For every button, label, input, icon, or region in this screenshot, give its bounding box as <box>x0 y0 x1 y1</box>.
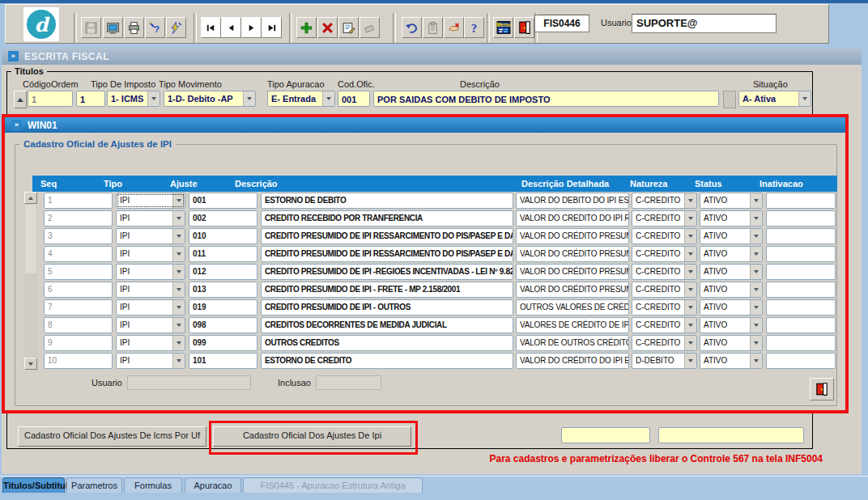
chevron-down-icon[interactable] <box>322 91 334 106</box>
tipo-combo[interactable]: IPI <box>116 246 185 262</box>
descricao-field[interactable]: ESTORNO DE CREDITO <box>261 353 513 369</box>
lock-button[interactable] <box>444 17 464 38</box>
descricao-field[interactable]: CREDITO PRESUMIDO DE IPI RESSARCIMENTO D… <box>261 228 513 244</box>
chevron-down-icon[interactable] <box>684 318 696 333</box>
inativacao-field[interactable] <box>766 335 836 351</box>
tipo-combo[interactable]: IPI <box>116 299 185 316</box>
descricao-detalhada-field[interactable]: VALOR DO CRÉDITO PRESUM <box>516 228 629 244</box>
chevron-down-icon[interactable] <box>798 91 811 106</box>
print-button[interactable] <box>124 17 144 38</box>
chevron-down-icon[interactable] <box>172 247 185 261</box>
tipo-imposto-combo[interactable]: 1- ICMS <box>107 91 160 107</box>
help-button[interactable]: ? <box>464 17 484 38</box>
status-combo[interactable]: ATIVO <box>700 353 763 369</box>
seq-field[interactable]: 4 <box>44 246 113 262</box>
chevron-down-icon[interactable] <box>750 265 762 279</box>
ajuste-field[interactable]: 010 <box>189 228 257 244</box>
codigo-field[interactable]: 1 <box>28 91 73 107</box>
chevron-down-icon[interactable] <box>147 91 160 106</box>
chevron-down-icon[interactable] <box>750 354 762 368</box>
seq-field[interactable]: 7 <box>44 299 113 316</box>
chevron-down-icon[interactable] <box>684 193 696 208</box>
chevron-down-icon[interactable] <box>750 211 762 226</box>
descricao-field[interactable]: ESTORNO DE DEBITO <box>261 193 513 209</box>
natureza-combo[interactable]: C-CREDITO <box>632 210 697 227</box>
seq-field[interactable]: 1 <box>44 193 113 209</box>
ajuste-field[interactable]: 001 <box>189 193 257 209</box>
undo-button[interactable] <box>402 17 422 38</box>
clear-button[interactable] <box>360 17 380 38</box>
cod-ofic-field[interactable]: 001 <box>338 91 370 107</box>
chevron-down-icon[interactable] <box>172 211 185 226</box>
ajuste-field[interactable]: 012 <box>189 264 257 280</box>
descricao-detalhada-field[interactable]: VALOR DO DEBITO DO IPI ES <box>516 193 629 209</box>
status-combo[interactable]: ATIVO <box>700 246 763 262</box>
ajuste-field[interactable]: 098 <box>189 317 257 333</box>
inativacao-field[interactable] <box>766 210 836 227</box>
natureza-combo[interactable]: C-CREDITO <box>632 317 697 333</box>
ajuste-field[interactable]: 101 <box>189 353 257 369</box>
chevron-down-icon[interactable] <box>684 247 696 261</box>
inativacao-field[interactable] <box>766 264 836 280</box>
descricao-field[interactable]: OUTROS CREDITOS <box>261 335 513 351</box>
chevron-down-icon[interactable] <box>172 229 185 244</box>
descricao-detalhada-field[interactable]: VALOR DO CREDITO DO IPI R <box>516 210 629 227</box>
natureza-combo[interactable]: D-DEBITO <box>632 353 697 369</box>
insert-record-button[interactable] <box>296 17 317 38</box>
status-combo[interactable]: ATIVO <box>700 228 763 244</box>
screen-button[interactable] <box>103 17 123 38</box>
footer-field-1[interactable] <box>561 427 650 443</box>
descricao-field[interactable]: CREDITOS DECORRENTES DE MEDIDA JUDICIAL <box>261 317 513 333</box>
tab-apuracao[interactable]: Apuracao <box>185 477 241 493</box>
tipo-combo[interactable]: IPI <box>116 317 185 333</box>
descricao-detalhada-field[interactable]: VALOR DE OUTROS CRÉDITO <box>516 335 629 351</box>
status-combo[interactable]: ATIVO <box>700 264 763 280</box>
natureza-combo[interactable]: C-CREDITO <box>632 193 697 209</box>
ajuste-field[interactable]: 011 <box>189 246 257 262</box>
ajuste-field[interactable]: 019 <box>189 299 257 316</box>
natureza-combo[interactable]: C-CREDITO <box>632 246 697 262</box>
edit-record-button[interactable] <box>338 17 359 38</box>
modal-titlebar[interactable]: » WIN01 <box>5 117 845 133</box>
chevron-down-icon[interactable] <box>243 91 255 106</box>
chevron-down-icon[interactable] <box>684 229 696 244</box>
status-combo[interactable]: ATIVO <box>700 282 763 298</box>
tab-titulos-subtitulo[interactable]: Titulos/Subtitulo <box>2 477 65 493</box>
inativacao-field[interactable] <box>766 282 836 298</box>
first-record-button[interactable] <box>201 17 221 38</box>
inativacao-field[interactable] <box>766 193 836 209</box>
modal-exit-button[interactable] <box>810 378 834 400</box>
descricao-field[interactable]: CREDITO PRESUMIDO DE IPI RESSARCIMENTO D… <box>261 246 513 262</box>
ajuste-field[interactable]: 013 <box>189 282 257 298</box>
seq-field[interactable]: 6 <box>44 282 113 298</box>
chevron-down-icon[interactable] <box>172 300 185 315</box>
tipo-combo[interactable]: IPI <box>116 282 185 298</box>
footer-field-2[interactable] <box>658 427 804 443</box>
chevron-down-icon[interactable] <box>684 354 696 368</box>
tab-formulas[interactable]: Formulas <box>124 477 182 493</box>
chevron-down-icon[interactable] <box>750 247 762 261</box>
status-combo[interactable]: ATIVO <box>700 193 763 209</box>
seq-field[interactable]: 2 <box>44 210 113 227</box>
menu-button[interactable]: Menu <box>493 17 513 38</box>
tab-fis0445[interactable]: FIS0445 - Apuracao Estrutura Antiga <box>243 477 423 493</box>
natureza-combo[interactable]: C-CREDITO <box>632 299 697 316</box>
record-up-button[interactable] <box>14 91 27 108</box>
tipo-movimento-combo[interactable]: 1-D- Debito -AP <box>164 91 256 107</box>
chevron-down-icon[interactable] <box>750 193 762 208</box>
chevron-down-icon[interactable] <box>750 282 762 297</box>
status-combo[interactable]: ATIVO <box>700 317 763 333</box>
tipo-combo[interactable]: IPI <box>116 193 185 209</box>
chevron-down-icon[interactable] <box>750 336 762 350</box>
status-combo[interactable]: ATIVO <box>700 210 763 227</box>
chevron-down-icon[interactable] <box>172 336 185 350</box>
situacao-combo[interactable]: A- Ativa <box>738 91 811 107</box>
ajuste-field[interactable]: 099 <box>189 335 257 351</box>
chevron-down-icon[interactable] <box>172 282 185 297</box>
ajuste-field[interactable]: 002 <box>189 210 257 227</box>
cadastro-icms-button[interactable]: Cadastro Oficial Dos Ajustes De Icms Por… <box>18 426 206 447</box>
cadastro-ipi-button[interactable]: Cadastro Oficial Dos Ajustes De Ipi <box>213 426 411 447</box>
chevron-down-icon[interactable] <box>172 265 185 279</box>
last-record-button[interactable] <box>262 17 282 38</box>
descricao-field[interactable]: CREDITO PRESUMIDO DE IPI - FRETE - MP 2.… <box>261 282 513 298</box>
